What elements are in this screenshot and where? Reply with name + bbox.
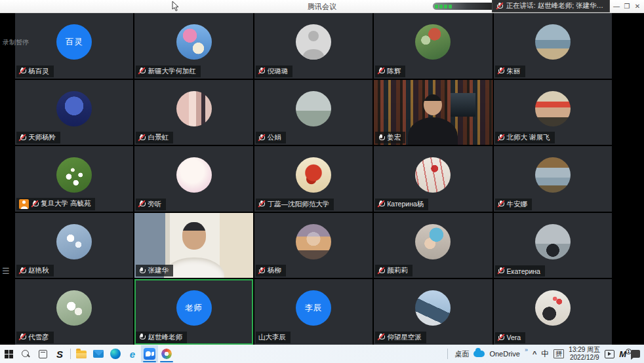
- taskbar-clock[interactable]: 13:29 周五 2022/12/9: [569, 346, 600, 362]
- participant-tile[interactable]: 张建华: [134, 213, 252, 278]
- participant-name: 旁听: [148, 200, 161, 209]
- participant-name: 颜莉莉: [387, 266, 408, 275]
- volume-meter: [433, 3, 496, 10]
- name-label: 白景虹: [136, 132, 173, 143]
- recording-status: 录制暂停: [3, 38, 29, 47]
- maximize-button[interactable]: ❐: [622, 1, 632, 12]
- task-view-button[interactable]: [34, 345, 51, 362]
- participant-tile[interactable]: 复旦大学 高毓苑: [15, 146, 133, 212]
- mail-button[interactable]: [90, 345, 107, 362]
- name-label: 北师大 谢展飞: [495, 132, 555, 143]
- participant-name: Катерина杨: [387, 200, 424, 209]
- participant-tile[interactable]: Катерина杨: [374, 146, 492, 212]
- mic-icon: [378, 134, 384, 142]
- participant-tile[interactable]: 天师杨羚: [15, 80, 133, 145]
- close-button[interactable]: ✕: [632, 1, 643, 12]
- participant-name: 朱丽: [507, 67, 521, 76]
- participant-name: 丁蕊—沈阳师范大学: [268, 200, 330, 209]
- pinwheel-app-button[interactable]: [158, 345, 175, 362]
- participant-tile[interactable]: 牛安娜: [494, 146, 612, 212]
- participant-tile[interactable]: Vera: [494, 279, 612, 345]
- participant-tile[interactable]: 李辰 山大李辰: [254, 279, 372, 345]
- participant-tile[interactable]: 姜宏: [374, 80, 492, 145]
- mic-icon: [498, 267, 504, 275]
- mic-icon: [378, 267, 384, 275]
- task-view-icon: [39, 350, 47, 358]
- onedrive-icon[interactable]: [473, 351, 485, 357]
- participant-tile[interactable]: 丁蕊—沈阳师范大学: [254, 146, 372, 212]
- clock-date: 2022/12/9: [570, 354, 599, 361]
- name-label: 倪璐璐: [256, 66, 293, 77]
- mic-icon: [138, 134, 145, 142]
- avatar: [535, 157, 571, 193]
- participant-tile[interactable]: 代雪彦: [15, 279, 133, 345]
- start-button[interactable]: [0, 345, 17, 362]
- participant-name: 杨柳: [268, 266, 281, 275]
- name-label: 牛安娜: [495, 199, 533, 210]
- avatar: [535, 224, 571, 259]
- sogou-ime-button[interactable]: S: [51, 345, 68, 362]
- pinwheel-icon: [161, 349, 172, 359]
- participant-tile[interactable]: 颜莉莉: [374, 213, 492, 278]
- avatar: [296, 224, 331, 259]
- name-label: 新疆大学何加红: [136, 66, 201, 77]
- participant-name: 山大李辰: [258, 333, 286, 342]
- windows-taskbar: S e 桌面 OneDrive » ^ 中 拼 13:29 周五 2022/12…: [0, 345, 644, 363]
- participant-tile[interactable]: 百灵 杨百灵: [15, 13, 133, 79]
- participant-name: 仰望星空派: [387, 333, 422, 342]
- toolbar-overflow-chevron[interactable]: »: [525, 347, 528, 353]
- mic-icon: [378, 67, 384, 75]
- desktop-toolbar-label[interactable]: 桌面: [454, 349, 469, 359]
- onedrive-label[interactable]: OneDrive: [489, 350, 519, 358]
- participant-name: 天师杨羚: [28, 133, 56, 142]
- participant-tile[interactable]: 白景虹: [134, 80, 252, 145]
- title-bar: 腾讯会议 正在讲话: 赵世峰老师; 张建华… — ❐ ✕: [0, 0, 644, 13]
- avatar: 老师: [176, 290, 212, 326]
- member-list-icon[interactable]: ☰: [2, 266, 10, 276]
- avatar: 百灵: [56, 24, 92, 60]
- participant-tile[interactable]: 倪璐璐: [254, 13, 372, 79]
- avatar: [56, 224, 92, 259]
- speaking-status-cluster: 正在讲话: 赵世峰老师; 张建华…: [433, 0, 610, 12]
- participant-tile[interactable]: 老师 赵世峰老师: [134, 279, 252, 345]
- participant-tile[interactable]: Екатерина: [494, 213, 612, 278]
- participant-name: 倪璐璐: [268, 67, 289, 76]
- ie-button[interactable]: e: [124, 345, 141, 362]
- minimize-button[interactable]: —: [611, 1, 622, 12]
- avatar: [535, 290, 571, 326]
- ime-mode-indicator[interactable]: 拼: [553, 349, 564, 358]
- notification-center-icon[interactable]: [631, 350, 640, 358]
- video-player-tray-icon[interactable]: [605, 350, 614, 358]
- avatar: [415, 24, 451, 60]
- avatar: [176, 157, 212, 193]
- edge-button[interactable]: [107, 345, 124, 362]
- participant-tile[interactable]: 北师大 谢展飞: [494, 80, 612, 145]
- taskbar-apps: S e: [0, 345, 175, 363]
- avatar: [56, 91, 92, 126]
- name-label: 丁蕊—沈阳师范大学: [256, 199, 334, 210]
- hidden-icons-chevron[interactable]: ^: [533, 350, 536, 358]
- mail-icon: [93, 350, 104, 358]
- participant-name: 复旦大学 高毓苑: [41, 199, 91, 208]
- participant-tile[interactable]: 公娟: [254, 80, 372, 145]
- name-label: 山大李辰: [256, 332, 291, 343]
- search-button[interactable]: [17, 345, 34, 362]
- participant-tile[interactable]: 杨柳: [254, 213, 372, 278]
- muted-mic-icon: [496, 2, 503, 10]
- ime-language-indicator[interactable]: 中: [541, 349, 549, 360]
- participant-tile[interactable]: 旁听: [134, 146, 252, 212]
- participant-tile[interactable]: 新疆大学何加红: [134, 13, 252, 79]
- participant-name: 代雪彦: [28, 333, 49, 342]
- participant-tile[interactable]: 赵艳秋: [15, 213, 133, 278]
- participant-tile[interactable]: 仰望星空派: [374, 279, 492, 345]
- video-grid: 百灵 杨百灵 新疆大学何加红 倪璐璐 陈辉 朱: [15, 13, 612, 345]
- participant-tile[interactable]: 陈辉: [374, 13, 492, 79]
- file-explorer-button[interactable]: [73, 345, 90, 362]
- pen-input-tray-icon[interactable]: M1: [619, 349, 626, 359]
- participant-tile[interactable]: 朱丽: [494, 13, 612, 79]
- participant-name: Vera: [507, 334, 521, 341]
- folder-icon: [76, 351, 87, 358]
- mic-icon: [19, 134, 26, 142]
- tencent-meeting-button[interactable]: [141, 345, 158, 362]
- name-label: 复旦大学 高毓苑: [16, 198, 95, 210]
